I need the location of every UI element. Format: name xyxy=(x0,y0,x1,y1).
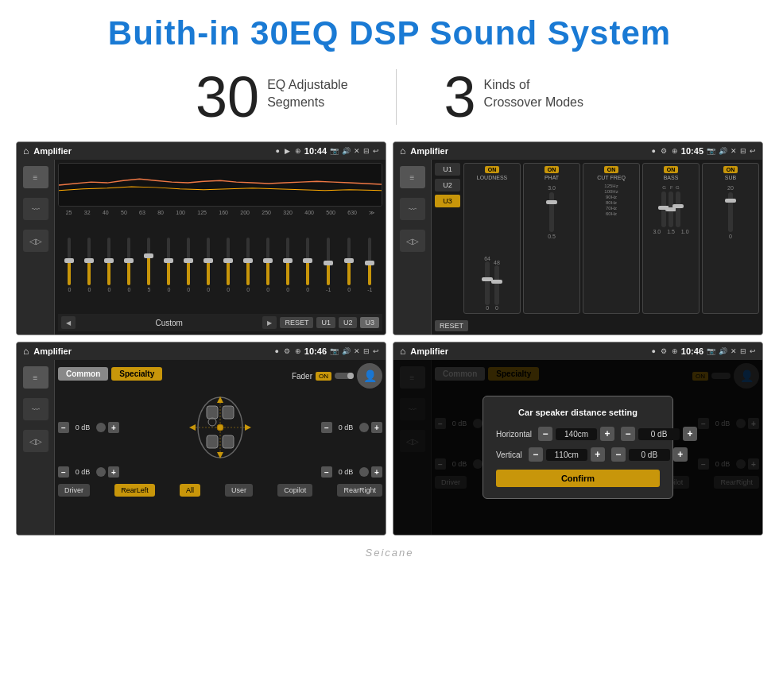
vdb-minus-btn[interactable]: − xyxy=(611,447,626,462)
rearright-btn[interactable]: RearRight xyxy=(337,484,382,497)
eq-slider-13[interactable]: 0 xyxy=(306,234,309,297)
vertical-label: Vertical xyxy=(496,451,522,459)
eq-prev-btn[interactable]: ◀ xyxy=(61,316,76,329)
minus-btn-fr[interactable]: − xyxy=(321,422,332,433)
sidebar-vol-btn-3[interactable]: ◁▷ xyxy=(23,430,48,452)
plus-btn-rl[interactable]: + xyxy=(108,466,119,478)
crossover-main: U1 U2 U3 ON LOUDNESS 64 xyxy=(432,160,762,335)
eq-slider-1[interactable]: 0 xyxy=(68,234,71,297)
crossover-stat: 3 Kinds of Crossover Modes xyxy=(397,68,631,126)
user-icon[interactable]: 👤 xyxy=(357,363,382,389)
loudness-on-badge: ON xyxy=(485,166,500,173)
dialog-title: Car speaker distance setting xyxy=(496,408,660,417)
eq-next-btn[interactable]: ▶ xyxy=(262,316,277,329)
eq-slider-5[interactable]: 5 xyxy=(147,234,150,297)
rearleft-btn[interactable]: RearLeft xyxy=(114,484,155,497)
x-icon-2: ✕ xyxy=(731,147,737,155)
fader-slider[interactable] xyxy=(335,373,354,379)
crossover-modules: ON LOUDNESS 64 0 48 xyxy=(463,163,759,314)
eq-u1-btn[interactable]: U1 xyxy=(316,317,335,328)
minus-btn-rr[interactable]: − xyxy=(321,466,332,478)
fader-on-badge: ON xyxy=(316,372,331,381)
u-buttons: U1 U2 U3 xyxy=(435,163,460,314)
sidebar-vol-btn-2[interactable]: ◁▷ xyxy=(400,230,425,252)
location-icon: ⊕ xyxy=(295,147,301,155)
eq-u2-btn[interactable]: U2 xyxy=(339,317,358,328)
eq-slider-14[interactable]: -1 xyxy=(326,234,331,297)
copilot-btn[interactable]: Copilot xyxy=(277,484,312,497)
back-icon-4: ↩ xyxy=(750,347,756,355)
sidebar-eq-btn-3[interactable]: ≡ xyxy=(23,366,48,389)
vertical-minus-btn[interactable]: − xyxy=(529,447,543,462)
stats-row: 30 EQ Adjustable Segments 3 Kinds of Cro… xyxy=(0,60,779,141)
eq-graph xyxy=(58,163,382,207)
all-btn[interactable]: All xyxy=(180,484,200,497)
eq-reset-btn[interactable]: RESET xyxy=(280,317,313,328)
plus-btn-fl[interactable]: + xyxy=(108,422,119,433)
eq-slider-10[interactable]: 0 xyxy=(246,234,250,297)
minus-btn-fl[interactable]: − xyxy=(58,422,69,433)
settings-icon-4: ⚙ xyxy=(661,347,667,355)
eq-slider-6[interactable]: 0 xyxy=(167,234,170,297)
u3-btn[interactable]: U3 xyxy=(435,195,460,207)
tab-specialty-btn[interactable]: Specialty xyxy=(111,367,162,381)
screen3-status-icons: ⊕ 10:46 📷 🔊 ✕ ⊟ ↩ xyxy=(295,346,379,356)
eq-slider-12[interactable]: 0 xyxy=(286,234,289,297)
eq-slider-2[interactable]: 0 xyxy=(87,234,91,297)
sidebar-vol-btn[interactable]: ◁▷ xyxy=(23,230,48,252)
sidebar-eq-btn-2[interactable]: ≡ xyxy=(400,166,425,188)
screen2-sidebar: ≡ 〰 ◁▷ xyxy=(393,160,432,335)
settings-icon-2: ⚙ xyxy=(661,147,667,155)
u2-btn[interactable]: U2 xyxy=(435,179,460,191)
eq-slider-7[interactable]: 0 xyxy=(187,234,190,297)
vertical-ctrl: − 110cm + xyxy=(529,447,605,462)
screen4-distance: ⌂ Amplifier ● ⚙ ⊕ 10:46 📷 🔊 ✕ ⊟ ↩ ≡ 〰 ◁▷ xyxy=(393,342,763,536)
eq-slider-3[interactable]: 0 xyxy=(107,234,110,297)
screen4-status-icons: ⊕ 10:46 📷 🔊 ✕ ⊟ ↩ xyxy=(672,346,756,356)
speaker-icon-rr xyxy=(359,467,369,477)
screen3-time: 10:46 xyxy=(304,346,327,356)
hdb-minus-btn[interactable]: − xyxy=(621,427,635,441)
eq-u3-btn[interactable]: U3 xyxy=(360,317,379,328)
hdb-plus-btn[interactable]: + xyxy=(683,427,697,441)
horizontal-plus-btn[interactable]: + xyxy=(600,427,614,441)
svg-marker-13 xyxy=(245,424,251,431)
tab-common-btn[interactable]: Common xyxy=(58,367,108,381)
confirm-button[interactable]: Confirm xyxy=(496,470,660,487)
camera-icon: 📷 xyxy=(330,147,339,155)
tab-row: Common Specialty xyxy=(58,367,162,381)
eq-slider-11[interactable]: 0 xyxy=(266,234,269,297)
plus-btn-rr[interactable]: + xyxy=(371,466,382,478)
wifi-icon-3: ⊟ xyxy=(363,347,370,355)
volume-icon-3: 🔊 xyxy=(342,347,351,355)
eq-slider-4[interactable]: 0 xyxy=(127,234,130,297)
horizontal-db: − 0 dB + xyxy=(621,427,697,441)
dot-icon-4: ● xyxy=(651,347,655,355)
minus-btn-rl[interactable]: − xyxy=(58,466,69,478)
eq-slider-8[interactable]: 0 xyxy=(207,234,210,297)
sidebar-wave-btn-3[interactable]: 〰 xyxy=(23,398,48,420)
dot-icon: ● xyxy=(275,147,279,155)
user-btn[interactable]: User xyxy=(225,484,253,497)
cx-reset-btn[interactable]: RESET xyxy=(435,320,468,331)
svg-rect-4 xyxy=(207,435,218,448)
u1-btn[interactable]: U1 xyxy=(435,163,460,176)
eq-slider-9[interactable]: 0 xyxy=(227,234,230,297)
svg-marker-12 xyxy=(189,424,196,431)
vertical-row: Vertical − 110cm + − 0 dB + xyxy=(496,447,660,462)
vertical-plus-btn[interactable]: + xyxy=(591,447,605,462)
home-icon: ⌂ xyxy=(23,145,29,157)
sidebar-eq-btn[interactable]: ≡ xyxy=(23,166,48,188)
screen1-title: Amplifier xyxy=(33,146,270,156)
sidebar-wave-btn[interactable]: 〰 xyxy=(23,198,48,220)
eq-slider-16[interactable]: -1 xyxy=(367,234,372,297)
back-icon-2: ↩ xyxy=(750,147,756,155)
plus-btn-fr[interactable]: + xyxy=(371,422,382,433)
driver-btn[interactable]: Driver xyxy=(58,484,90,497)
vdb-plus-btn[interactable]: + xyxy=(673,447,688,462)
horizontal-minus-btn[interactable]: − xyxy=(538,427,552,441)
sidebar-wave-btn-2[interactable]: 〰 xyxy=(400,198,425,220)
eq-slider-15[interactable]: 0 xyxy=(347,234,351,297)
speaker-icon-fl xyxy=(96,423,106,432)
screen2-status-icons: ⊕ 10:45 📷 🔊 ✕ ⊟ ↩ xyxy=(672,146,756,156)
